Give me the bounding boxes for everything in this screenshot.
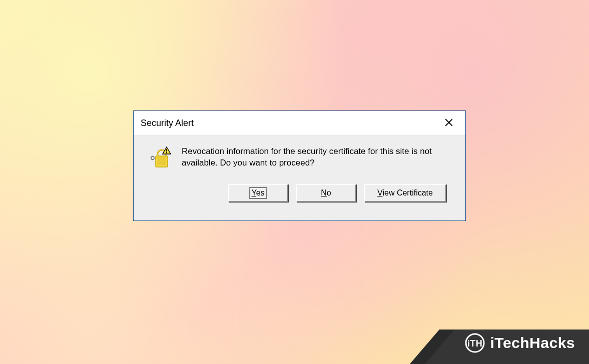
svg-rect-11 bbox=[166, 149, 167, 152]
close-button[interactable] bbox=[437, 114, 460, 134]
message-row: Revocation information for the security … bbox=[149, 146, 450, 170]
svg-rect-6 bbox=[157, 158, 166, 158]
dialog-button-row: Yes No View Certificate bbox=[149, 184, 450, 202]
dialog-title: Security Alert bbox=[141, 118, 437, 128]
svg-rect-12 bbox=[166, 152, 167, 154]
close-icon bbox=[444, 118, 453, 129]
dialog-titlebar: Security Alert bbox=[134, 111, 465, 136]
no-button[interactable]: No bbox=[296, 184, 356, 202]
yes-button[interactable]: Yes bbox=[228, 184, 288, 202]
svg-rect-7 bbox=[157, 160, 166, 160]
svg-rect-9 bbox=[157, 164, 166, 164]
dialog-message: Revocation information for the security … bbox=[182, 146, 442, 169]
dialog-content: Revocation information for the security … bbox=[134, 136, 465, 220]
svg-rect-8 bbox=[157, 162, 166, 162]
itechhacks-logo-icon: iTH bbox=[465, 333, 485, 353]
security-alert-dialog: Security Alert bbox=[133, 110, 466, 221]
svg-text:iTH: iTH bbox=[467, 338, 483, 348]
security-lock-warning-icon bbox=[149, 146, 173, 170]
watermark-brand-text: iTechHacks bbox=[490, 334, 575, 352]
watermark-corner: iTH iTechHacks bbox=[379, 306, 589, 364]
watermark-content: iTH iTechHacks bbox=[465, 333, 575, 353]
view-certificate-button[interactable]: View Certificate bbox=[364, 184, 446, 202]
